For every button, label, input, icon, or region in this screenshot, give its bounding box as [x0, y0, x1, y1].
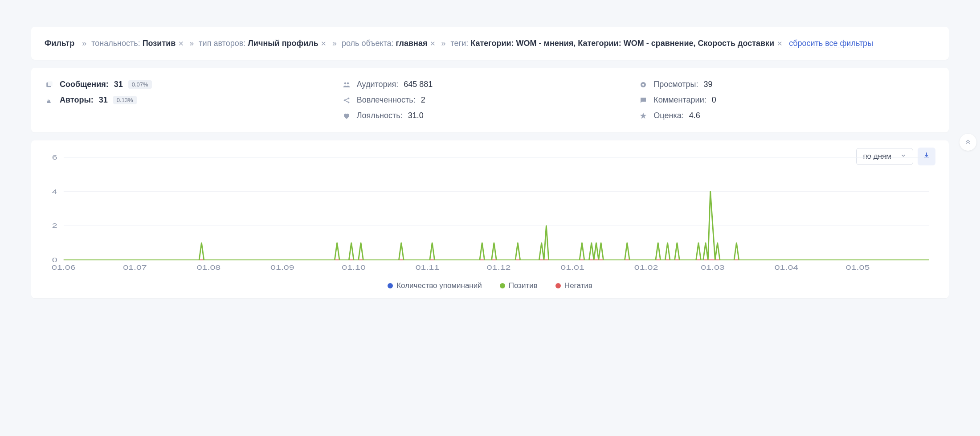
svg-text:01.05: 01.05: [846, 263, 870, 271]
svg-text:01.01: 01.01: [560, 263, 584, 271]
legend-dot: [500, 283, 505, 288]
svg-point-2: [344, 82, 346, 84]
heart-icon: [342, 112, 351, 120]
stat-loyalty: Лояльность: 31.0: [342, 108, 639, 123]
stats-panel: Сообщения: 31 0.07% Авторы: 31 0.13% Ауд…: [31, 68, 949, 132]
remove-filter-icon[interactable]: ✕: [177, 40, 184, 47]
legend-item[interactable]: Количество упоминаний: [388, 281, 482, 290]
svg-text:6: 6: [52, 153, 57, 161]
svg-text:4: 4: [52, 188, 57, 195]
filter-bar: Фильтр » тональность: Позитив✕ » тип авт…: [31, 27, 949, 60]
svg-text:01.02: 01.02: [634, 263, 658, 271]
authors-badge: 0.13%: [113, 96, 137, 104]
remove-filter-icon[interactable]: ✕: [320, 40, 327, 47]
reset-filters-link[interactable]: сбросить все фильтры: [789, 39, 873, 48]
audience-icon: [342, 81, 351, 89]
remove-filter-icon[interactable]: ✕: [776, 40, 783, 47]
filter-value: главная: [396, 39, 428, 48]
remove-filter-icon[interactable]: ✕: [429, 40, 436, 47]
filter-title: Фильтр: [45, 39, 74, 48]
filter-label: тип авторов:: [196, 39, 248, 48]
legend-dot: [388, 283, 393, 288]
svg-text:01.11: 01.11: [416, 263, 440, 271]
svg-point-3: [347, 82, 349, 84]
stat-engagement: Вовлеченность: 2: [342, 92, 639, 108]
svg-text:01.09: 01.09: [270, 263, 294, 271]
svg-point-8: [642, 83, 645, 86]
svg-text:2: 2: [52, 222, 57, 230]
svg-rect-1: [48, 81, 53, 86]
stat-comments: Комментарии: 0: [638, 92, 935, 108]
authors-icon: [45, 96, 54, 104]
filter-label: роль объекта:: [339, 39, 396, 48]
messages-badge: 0.07%: [128, 80, 152, 89]
messages-icon: [45, 81, 54, 89]
stat-views: Просмотры: 39: [638, 77, 935, 92]
comment-icon: [638, 96, 648, 104]
legend-item[interactable]: Негатив: [555, 281, 592, 290]
scroll-top-button[interactable]: [960, 134, 976, 151]
star-icon: [638, 112, 648, 120]
svg-text:01.06: 01.06: [52, 263, 76, 271]
filter-value: Личный профиль: [248, 39, 318, 48]
svg-text:01.08: 01.08: [197, 263, 221, 271]
svg-text:01.07: 01.07: [123, 263, 147, 271]
filter-label: теги:: [449, 39, 471, 48]
stat-rating: Оценка: 4.6: [638, 108, 935, 123]
stat-authors: Авторы: 31 0.13%: [45, 92, 342, 108]
legend-item[interactable]: Позитив: [500, 281, 538, 290]
share-icon: [342, 96, 351, 104]
filter-label: тональность:: [89, 39, 142, 48]
svg-text:01.03: 01.03: [701, 263, 725, 271]
eye-icon: [638, 81, 648, 89]
timeline-chart: 024601.0601.0701.0801.0901.1001.1101.120…: [45, 153, 935, 278]
stat-audience: Аудитория: 645 881: [342, 77, 639, 92]
chart-panel: по дням 024601.0601.0701.0801.0901.1001.…: [31, 140, 949, 298]
filter-value: Категории: WOM - мнения, Категории: WOM …: [470, 39, 774, 48]
svg-text:0: 0: [52, 256, 57, 263]
stat-messages: Сообщения: 31 0.07%: [45, 77, 342, 92]
legend-dot: [555, 283, 561, 288]
svg-text:01.04: 01.04: [775, 263, 799, 271]
chevron-up-icon: [964, 138, 972, 147]
svg-text:01.10: 01.10: [342, 263, 366, 271]
chart-legend: Количество упоминанийПозитивНегатив: [45, 278, 935, 290]
filter-value: Позитив: [143, 39, 176, 48]
svg-text:01.12: 01.12: [487, 263, 511, 271]
